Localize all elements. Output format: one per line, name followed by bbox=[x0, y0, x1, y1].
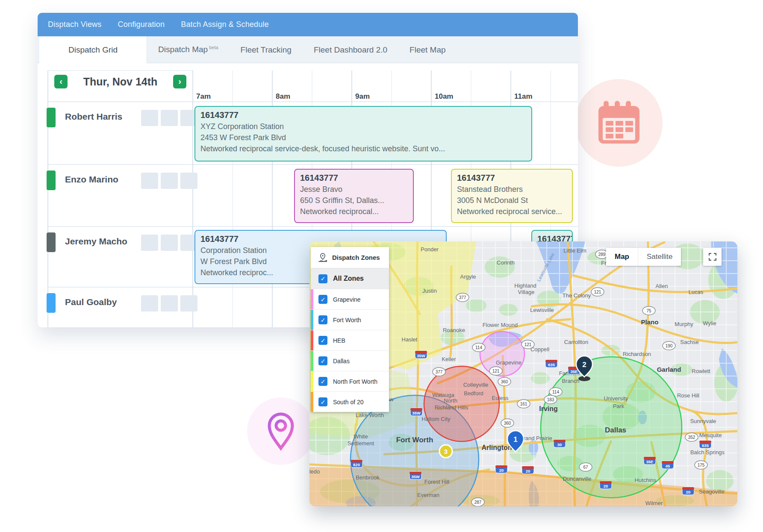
route-shield: 377 bbox=[456, 293, 469, 302]
time-8am: 8am bbox=[276, 92, 290, 101]
map-town-label: Lake Worth bbox=[356, 412, 384, 418]
nav-batch-assign[interactable]: Batch Assign & Schedule bbox=[181, 20, 269, 29]
svg-text:20: 20 bbox=[604, 484, 608, 488]
map-town-label: Seagoville bbox=[699, 488, 725, 495]
map-town-label: Euless bbox=[492, 395, 509, 401]
job-block[interactable]: 16143777 Jesse Bravo 650 S Griffin St, D… bbox=[294, 169, 414, 223]
zone-checkbox[interactable]: ✓ bbox=[318, 397, 327, 406]
zone-color-stripe bbox=[311, 310, 313, 330]
driver-status-chip bbox=[47, 108, 56, 127]
svg-text:121: 121 bbox=[594, 290, 601, 294]
map-town-label: Village bbox=[518, 289, 535, 295]
svg-text:2: 2 bbox=[582, 361, 586, 369]
svg-text:1: 1 bbox=[513, 435, 517, 444]
route-shield: 175 bbox=[695, 461, 707, 469]
zone-item[interactable]: ✓Fort Worth bbox=[311, 309, 389, 330]
zone-label: HEB bbox=[333, 337, 345, 344]
zone-checkbox[interactable]: ✓ bbox=[318, 356, 327, 365]
map-town-label: Rose Hill bbox=[677, 392, 699, 399]
zone-color-stripe bbox=[311, 330, 313, 350]
zone-label: Fort Worth bbox=[333, 317, 361, 323]
tab-fleet-tracking[interactable]: Fleet Tracking bbox=[241, 45, 292, 55]
route-shield: 67 bbox=[579, 463, 592, 471]
route-shield: 114 bbox=[549, 388, 562, 396]
svg-text:45: 45 bbox=[666, 464, 670, 468]
interstate-shield: 820 bbox=[351, 460, 362, 467]
zone-item[interactable]: ✓Grapevine bbox=[311, 289, 389, 309]
map-city-label: Dallas bbox=[605, 426, 626, 434]
map-button[interactable]: Map bbox=[606, 248, 638, 266]
map-town-label: Bedford bbox=[464, 390, 483, 397]
zone-circle[interactable] bbox=[480, 332, 524, 376]
slot-placeholder bbox=[161, 110, 178, 126]
zone-item[interactable]: ✓Dallas bbox=[311, 350, 389, 371]
time-7am: 7am bbox=[196, 92, 211, 101]
zone-circle[interactable] bbox=[424, 366, 499, 441]
zone-checkbox[interactable]: ✓ bbox=[318, 377, 327, 386]
svg-text:75: 75 bbox=[646, 309, 651, 313]
zone-color-stripe bbox=[311, 351, 313, 371]
location-pin-icon bbox=[266, 411, 296, 451]
svg-text:121: 121 bbox=[524, 342, 532, 347]
svg-text:3: 3 bbox=[444, 448, 448, 455]
map-town-label: Lucas bbox=[689, 289, 704, 295]
job-block[interactable]: 16143777 XYZ Corporation Station 2453 W … bbox=[194, 106, 532, 162]
driver-name: Enzo Marino bbox=[65, 174, 118, 185]
map-town-label: Sunnyvale bbox=[690, 418, 716, 424]
route-shield: 121 bbox=[489, 367, 502, 375]
job-block[interactable]: 16143777 Stanstead Brothers 3005 N McDon… bbox=[451, 169, 573, 223]
zone-item[interactable]: ✓South of 20 bbox=[311, 391, 389, 412]
map-town-label: Wilmer bbox=[645, 500, 663, 506]
nav-configuration[interactable]: Configuration bbox=[118, 20, 165, 29]
driver-status-chip bbox=[47, 232, 56, 252]
map-town-label: Settlement bbox=[348, 440, 374, 447]
map-town-label: Little Elm bbox=[563, 247, 586, 254]
map-town-label: Hutchins bbox=[635, 477, 657, 483]
tab-fleet-map[interactable]: Fleet Map bbox=[409, 45, 445, 55]
map-town-label: Allen bbox=[656, 283, 668, 289]
svg-text:35E: 35E bbox=[646, 459, 654, 464]
svg-text:35W: 35W bbox=[412, 411, 421, 415]
zone-item[interactable]: ✓HEB bbox=[311, 330, 389, 350]
svg-text:175: 175 bbox=[698, 463, 705, 467]
map-town-label: Carrollton bbox=[564, 339, 588, 345]
slot-placeholder bbox=[161, 173, 178, 189]
route-shield: 121 bbox=[591, 288, 604, 296]
zone-checkbox[interactable]: ✓ bbox=[318, 274, 327, 283]
interstate-shield: 45 bbox=[662, 461, 674, 469]
zone-checkbox[interactable]: ✓ bbox=[318, 315, 327, 324]
prev-day-button[interactable]: ‹ bbox=[54, 75, 68, 88]
route-shield: 190 bbox=[663, 341, 675, 350]
slot-placeholder bbox=[180, 173, 197, 189]
map-city-label: Arlington bbox=[481, 444, 512, 451]
job-id: 16143777 bbox=[457, 173, 567, 183]
tab-dispatch-map[interactable]: Dispatch Mapbeta bbox=[158, 45, 218, 54]
map-town-label: Balch Springs bbox=[690, 449, 725, 456]
interstate-shield: 35W bbox=[409, 472, 421, 479]
map-town-label: Lewisville bbox=[530, 307, 554, 313]
zone-checkbox[interactable]: ✓ bbox=[318, 336, 327, 345]
view-tabs: Dispatch Grid Dispatch Mapbeta Fleet Tra… bbox=[38, 36, 578, 63]
map-town-label: The Colony bbox=[563, 292, 591, 299]
job-id: 16143777 bbox=[200, 110, 526, 120]
satellite-button[interactable]: Satellite bbox=[638, 248, 681, 266]
next-day-button[interactable]: › bbox=[173, 75, 186, 88]
calendar-icon bbox=[595, 100, 643, 146]
fullscreen-button[interactable] bbox=[703, 248, 722, 266]
map-town-label: Mesquite bbox=[699, 432, 722, 438]
map-marker-3[interactable]: 3 bbox=[439, 445, 452, 458]
map-town-label: North bbox=[444, 397, 457, 404]
svg-text:377: 377 bbox=[436, 370, 443, 374]
svg-text:360: 360 bbox=[501, 379, 508, 384]
tab-fleet-dashboard[interactable]: Fleet Dashboard 2.0 bbox=[314, 45, 387, 55]
zone-item[interactable]: ✓All Zones bbox=[311, 268, 389, 289]
nav-dispatch-views[interactable]: Disptach Views bbox=[48, 20, 102, 29]
map-town-label: Argyle bbox=[460, 273, 476, 280]
pin-decoration bbox=[247, 397, 315, 465]
map-town-label: White bbox=[354, 433, 368, 440]
zone-checkbox[interactable]: ✓ bbox=[318, 295, 327, 304]
slot-placeholder bbox=[180, 295, 197, 312]
zone-item[interactable]: ✓North Fort Worth bbox=[311, 371, 389, 391]
zone-label: South of 20 bbox=[333, 399, 364, 406]
tab-dispatch-grid[interactable]: Dispatch Grid bbox=[39, 36, 147, 63]
